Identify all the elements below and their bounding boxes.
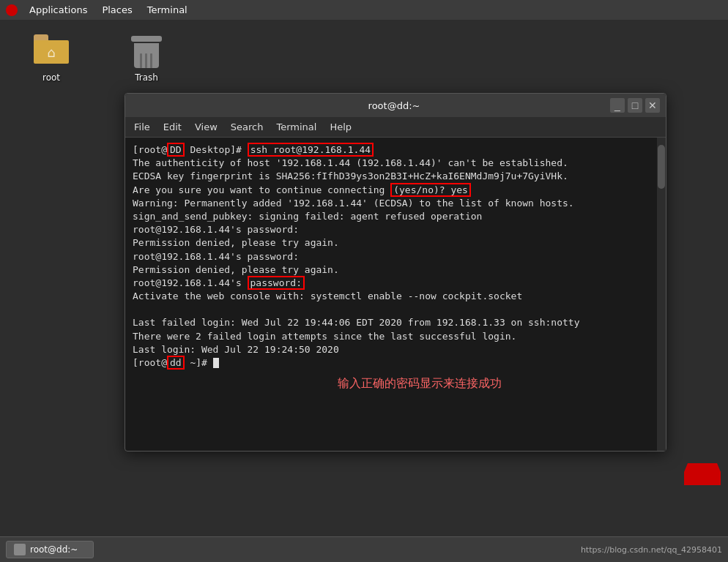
- terminal-line-3: ECDSA key fingerprint is SHA256:fIfhD39y…: [133, 170, 658, 183]
- term-view-menu[interactable]: View: [189, 119, 223, 135]
- trash-icon-label: Trash: [135, 72, 158, 83]
- terminal-line-10: Permission denied, please try again.: [133, 263, 658, 277]
- root-icon[interactable]: ⌂ root: [22, 34, 81, 83]
- terminal-line-12: Activate the web console with: systemctl…: [133, 290, 658, 303]
- highlight-dd-2: dd: [167, 356, 185, 370]
- terminal-window: root@dd:~ _ □ ✕ File Edit View Search Te…: [125, 93, 666, 452]
- terminal-scrollbar[interactable]: [657, 138, 666, 451]
- highlight-ssh-cmd: ssh root@192.168.1.44: [248, 143, 374, 157]
- minimize-button[interactable]: _: [610, 98, 625, 113]
- terminal-line-5: Warning: Permanently added '192.168.1.44…: [133, 197, 658, 210]
- terminal-line-13: [133, 303, 658, 316]
- highlight-password: password:: [248, 276, 305, 290]
- term-terminal-menu[interactable]: Terminal: [270, 119, 322, 135]
- term-edit-menu[interactable]: Edit: [157, 119, 187, 135]
- terminal-titlebar: root@dd:~ _ □ ✕: [125, 94, 666, 117]
- terminal-content[interactable]: [root@DD Desktop]# ssh root@192.168.1.44…: [125, 138, 666, 451]
- terminal-line-9: root@192.168.1.44's password:: [133, 250, 658, 263]
- terminal-line-7: root@192.168.1.44's password:: [133, 223, 658, 236]
- trash-icon[interactable]: Trash: [117, 34, 176, 83]
- maximize-button[interactable]: □: [628, 98, 642, 113]
- redhat-hat-icon: [684, 463, 721, 485]
- highlight-yesno: (yes/no)? yes: [390, 183, 471, 197]
- highlight-dd: DD: [167, 143, 185, 157]
- terminal-line-2: The authenticity of host '192.168.1.44 (…: [133, 157, 658, 170]
- redhat-logo: [684, 463, 721, 492]
- scrollbar-thumb: [658, 145, 665, 189]
- terminal-title: root@dd:~: [178, 100, 610, 111]
- titlebar-controls: _ □ ✕: [610, 98, 660, 113]
- terminal-cursor: [213, 358, 219, 368]
- term-search-menu[interactable]: Search: [225, 119, 270, 135]
- terminal-line-1: [root@DD Desktop]# ssh root@192.168.1.44: [133, 143, 658, 157]
- terminal-line-16: Last login: Wed Jul 22 19:24:50 2020: [133, 343, 658, 356]
- places-menu[interactable]: Places: [96, 3, 138, 17]
- terminal-line-6: sign_and_send_pubkey: signing failed: ag…: [133, 210, 658, 223]
- taskbar-url: https://blog.csdn.net/qq_42958401: [581, 545, 722, 555]
- close-button[interactable]: ✕: [645, 98, 660, 113]
- terminal-menubar: File Edit View Search Terminal Help: [125, 117, 666, 138]
- term-file-menu[interactable]: File: [128, 119, 156, 135]
- taskbar-terminal-icon: [14, 544, 26, 555]
- redhat-dot-icon: [6, 4, 18, 16]
- terminal-line-11: root@192.168.1.44's password:: [133, 277, 658, 290]
- desktop: ⌂ root Trash root@dd:~: [0, 20, 728, 536]
- top-menubar: Applications Places Terminal: [0, 0, 728, 20]
- terminal-line-15: There were 2 failed login attempts since…: [133, 330, 658, 343]
- annotation-area: 输入正确的密码显示来连接成功: [133, 375, 658, 391]
- terminal-line-14: Last failed login: Wed Jul 22 19:44:06 E…: [133, 316, 658, 329]
- taskbar-terminal-item[interactable]: root@dd:~: [6, 541, 94, 558]
- term-help-menu[interactable]: Help: [324, 119, 357, 135]
- taskbar-terminal-label: root@dd:~: [30, 544, 78, 555]
- root-icon-label: root: [42, 72, 60, 83]
- applications-menu[interactable]: Applications: [23, 3, 93, 17]
- annotation-text: 输入正确的密码显示来连接成功: [338, 377, 502, 389]
- terminal-line-4: Are you sure you want to continue connec…: [133, 184, 658, 197]
- terminal-line-8: Permission denied, please try again.: [133, 236, 658, 250]
- terminal-menu[interactable]: Terminal: [141, 3, 193, 17]
- terminal-line-17: [root@dd ~]#: [133, 356, 658, 370]
- taskbar: root@dd:~ https://blog.csdn.net/qq_42958…: [0, 536, 728, 562]
